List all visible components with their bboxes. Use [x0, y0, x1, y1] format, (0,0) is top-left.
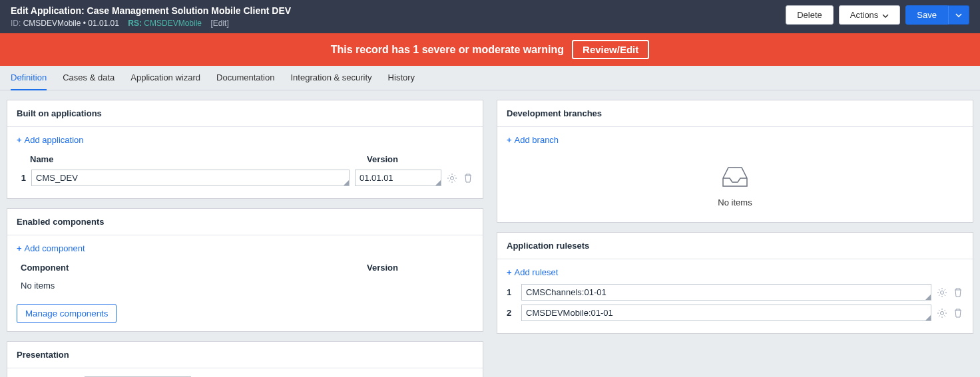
actions-button[interactable]: Actions — [839, 5, 901, 25]
inbox-icon — [507, 165, 963, 191]
built-row-idx: 1 — [17, 173, 26, 183]
warning-bar: This record has 1 severe or moderate war… — [0, 33, 980, 66]
rulesets-title: Application rulesets — [497, 233, 973, 259]
add-component-link[interactable]: + Add component — [17, 243, 85, 253]
ruleset-input[interactable]: CMSDEVMobile:01-01 — [521, 305, 931, 321]
edit-link[interactable]: [Edit] — [210, 19, 228, 28]
comp-col: Component — [21, 263, 367, 273]
plus-icon: + — [17, 135, 22, 145]
gear-icon[interactable] — [937, 287, 947, 298]
svg-point-2 — [941, 291, 944, 294]
branches-empty: No items — [507, 197, 963, 207]
ruleset-input[interactable]: CMSChannels:01-01 — [521, 284, 931, 301]
ruleset-row: 1 CMSChannels:01-01 — [507, 284, 963, 301]
id-label: ID: — [11, 19, 21, 28]
add-branch-link[interactable]: + Add branch — [507, 135, 559, 145]
add-application-link[interactable]: + Add application — [17, 135, 84, 145]
built-ver-col: Version — [367, 154, 473, 164]
built-on-panel: Built on applications + Add application … — [7, 100, 483, 199]
gear-icon[interactable] — [447, 173, 457, 184]
presentation-title: Presentation — [7, 342, 483, 368]
plus-icon: + — [507, 267, 512, 277]
manage-components-button[interactable]: Manage components — [17, 304, 117, 323]
components-empty: No items — [17, 278, 473, 300]
tab-bar: Definition Cases & data Application wiza… — [0, 66, 980, 90]
tab-wizard[interactable]: Application wizard — [130, 72, 200, 90]
tab-definition[interactable]: Definition — [11, 72, 47, 90]
trash-icon[interactable] — [953, 308, 963, 318]
built-name-input[interactable]: CMS_DEV — [31, 170, 350, 186]
header-meta: ID: CMSDEVMobile • 01.01.01 RS: CMSDEVMo… — [11, 19, 291, 28]
page-title: Edit Application: Case Management Soluti… — [11, 5, 291, 16]
built-on-title: Built on applications — [7, 100, 483, 127]
branches-panel: Development branches + Add branch No ite… — [497, 100, 973, 223]
tab-cases[interactable]: Cases & data — [63, 72, 115, 90]
id-value: CMSDEVMobile • 01.01.01 — [23, 19, 119, 28]
actions-label: Actions — [850, 10, 879, 20]
add-ruleset-label: Add ruleset — [515, 267, 559, 277]
add-branch-label: Add branch — [515, 135, 559, 145]
tab-history[interactable]: History — [388, 72, 415, 90]
built-row: 1 CMS_DEV 01.01.01 — [17, 170, 473, 186]
tab-security[interactable]: Integration & security — [290, 72, 371, 90]
chevron-down-icon — [882, 10, 889, 20]
trash-icon[interactable] — [953, 287, 963, 298]
plus-icon: + — [17, 243, 22, 253]
review-edit-button[interactable]: Review/Edit — [572, 40, 649, 59]
app-header: Edit Application: Case Management Soluti… — [0, 0, 980, 33]
gear-icon[interactable] — [937, 308, 947, 318]
add-component-label: Add component — [25, 243, 85, 253]
delete-button[interactable]: Delete — [786, 5, 834, 25]
presentation-panel: Presentation Skin CMSMobile ✓ Render in … — [7, 341, 483, 377]
components-panel: Enabled components + Add component Compo… — [7, 208, 483, 332]
svg-point-0 — [451, 176, 454, 180]
add-ruleset-link[interactable]: + Add ruleset — [507, 267, 558, 277]
components-title: Enabled components — [7, 209, 483, 235]
rs-label: RS: — [128, 19, 142, 28]
ruleset-row: 2 CMSDEVMobile:01-01 — [507, 305, 963, 321]
rulesets-panel: Application rulesets + Add ruleset 1 CMS… — [497, 232, 973, 334]
built-version-input[interactable]: 01.01.01 — [355, 170, 441, 186]
warning-text: This record has 1 severe or moderate war… — [331, 44, 564, 56]
ruleset-idx: 2 — [507, 308, 516, 318]
branches-title: Development branches — [497, 100, 973, 127]
save-dropdown[interactable] — [948, 5, 969, 25]
tab-docs[interactable]: Documentation — [216, 72, 274, 90]
comp-ver-col: Version — [367, 263, 473, 273]
svg-point-3 — [941, 311, 944, 314]
rs-value: CMSDEVMobile — [144, 19, 202, 28]
ruleset-idx: 1 — [507, 287, 516, 297]
save-button[interactable]: Save — [905, 5, 948, 25]
built-name-col: Name — [30, 154, 367, 164]
add-application-label: Add application — [25, 135, 84, 145]
trash-icon[interactable] — [463, 173, 473, 184]
plus-icon: + — [507, 135, 512, 145]
